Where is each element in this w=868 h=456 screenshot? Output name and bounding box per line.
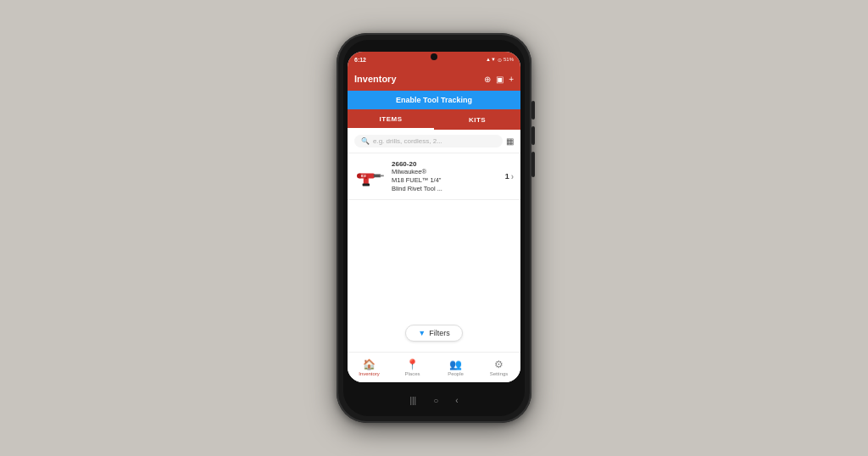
nav-settings-label: Settings	[490, 371, 509, 376]
filters-area: ▼ Filters	[348, 314, 520, 352]
bottom-nav: 🏠 Inventory 📍 Places 👥 People ⚙ Settings	[348, 352, 520, 382]
tool-count: 1 ›	[505, 172, 514, 181]
add-icon[interactable]: +	[509, 75, 514, 84]
app-bar-icons: ⊕ ▣ +	[484, 75, 514, 84]
recent-apps-button[interactable]: |||	[409, 396, 416, 405]
app-bar: Inventory ⊕ ▣ +	[348, 67, 520, 91]
app-title: Inventory	[354, 74, 484, 84]
svg-rect-2	[363, 184, 370, 186]
back-button[interactable]: ‹	[455, 396, 458, 405]
nav-people-label: People	[448, 371, 464, 376]
tab-kits[interactable]: KITS	[434, 109, 520, 130]
volume-down-button[interactable]	[531, 126, 535, 145]
status-time: 6:12	[354, 57, 366, 63]
tool-name: Milwaukee®M18 FUEL™ 1/4"Blind Rivet Tool…	[392, 168, 498, 192]
tab-bar: ITEMS KITS	[348, 109, 520, 130]
signal-icon: ▲▼	[486, 57, 496, 62]
chevron-icon: ›	[511, 172, 514, 181]
scene: 6:12 ▲▼ ⊙ 51% Inventory ⊕ ▣ +	[0, 0, 868, 456]
nav-people[interactable]: 👥 People	[434, 353, 477, 382]
nav-inventory[interactable]: 🏠 Inventory	[348, 353, 391, 382]
filter-icon: ▼	[418, 329, 426, 337]
tab-items[interactable]: ITEMS	[348, 109, 434, 130]
status-icons: ▲▼ ⊙ 51%	[486, 57, 514, 63]
phone-outer: 6:12 ▲▼ ⊙ 51% Inventory ⊕ ▣ +	[337, 33, 531, 423]
volume-up-button[interactable]	[531, 101, 535, 120]
camera-icon[interactable]: ▣	[496, 75, 504, 84]
tool-item[interactable]: M18 2660-20 Milwaukee®M18 FUEL™ 1/4"Blin…	[348, 153, 520, 200]
inventory-icon: 🏠	[363, 359, 376, 370]
search-icon: 🔍	[361, 137, 370, 145]
power-button[interactable]	[531, 152, 535, 177]
android-nav: ||| ○ ‹	[348, 389, 520, 411]
filters-label: Filters	[429, 329, 450, 337]
wifi-icon: ⊙	[498, 57, 502, 63]
nav-places-label: Places	[404, 371, 420, 376]
svg-text:M18: M18	[361, 175, 366, 178]
tab-kits-label: KITS	[469, 116, 486, 124]
tab-items-label: ITEMS	[380, 115, 403, 123]
nav-inventory-label: Inventory	[359, 371, 380, 376]
tool-tracking-banner[interactable]: Enable Tool Tracking	[348, 91, 520, 109]
front-camera	[431, 53, 437, 60]
tool-image: M18	[354, 164, 385, 188]
search-bar: 🔍 e.g. drills, cordless, 2... ▦	[348, 130, 520, 153]
search-placeholder-text: e.g. drills, cordless, 2...	[373, 137, 442, 145]
tool-info: 2660-20 Milwaukee®M18 FUEL™ 1/4"Blind Ri…	[392, 160, 498, 192]
places-icon: 📍	[406, 359, 419, 370]
svg-rect-4	[380, 175, 384, 177]
barcode-icon[interactable]: ▦	[506, 136, 514, 146]
tool-tracking-text: Enable Tool Tracking	[396, 96, 472, 104]
filters-button[interactable]: ▼ Filters	[405, 325, 462, 342]
tool-image-svg: M18	[354, 164, 385, 188]
people-icon: 👥	[449, 359, 462, 370]
nav-settings[interactable]: ⚙ Settings	[477, 353, 520, 382]
svg-rect-3	[374, 175, 381, 178]
search-input-wrap[interactable]: 🔍 e.g. drills, cordless, 2...	[354, 135, 503, 147]
settings-icon: ⚙	[494, 359, 504, 370]
content-area: M18 2660-20 Milwaukee®M18 FUEL™ 1/4"Blin…	[348, 153, 520, 314]
nav-places[interactable]: 📍 Places	[391, 353, 434, 382]
phone-frame: 6:12 ▲▼ ⊙ 51% Inventory ⊕ ▣ +	[343, 40, 525, 416]
home-button[interactable]: ○	[433, 396, 438, 405]
tool-sku: 2660-20	[392, 160, 498, 168]
bluetooth-icon[interactable]: ⊕	[484, 75, 491, 84]
phone-screen: 6:12 ▲▼ ⊙ 51% Inventory ⊕ ▣ +	[348, 52, 520, 382]
battery-icon: 51%	[504, 57, 514, 62]
